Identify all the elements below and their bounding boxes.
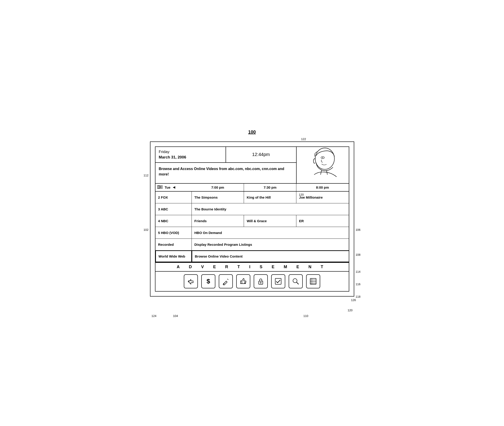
time-nav-cell[interactable]: Tue ◄ bbox=[155, 184, 192, 191]
channel-nbc[interactable]: 4 NBC bbox=[155, 215, 192, 227]
nav-left-arrow[interactable]: ◄ bbox=[172, 185, 176, 190]
top-section: Friday March 31, 2006 12:44pm Browse and… bbox=[155, 146, 349, 184]
edit-button[interactable] bbox=[219, 274, 233, 288]
lock-button[interactable] bbox=[254, 274, 268, 288]
ad-text: A D V E R T I S E M E N T bbox=[177, 265, 327, 269]
channel-row-www: World Wide Web Browse Online Video Conte… bbox=[155, 250, 349, 262]
outer-box: 102 106 108 112 114 116 118 120 120 122 … bbox=[150, 142, 354, 297]
ref-108: 108 bbox=[356, 253, 361, 256]
time-col-1: 7:00 pm bbox=[192, 184, 244, 191]
day-label: Friday bbox=[159, 149, 222, 155]
patent-diagram: 100 102 106 108 112 114 116 118 120 120 … bbox=[150, 129, 354, 297]
program-nbc-2[interactable]: Will & Grace bbox=[244, 215, 296, 227]
grid-icon bbox=[157, 185, 163, 190]
svg-line-16 bbox=[297, 282, 299, 284]
header-image bbox=[297, 147, 349, 183]
channel-fox[interactable]: 2 FOX bbox=[155, 192, 192, 203]
svg-rect-17 bbox=[310, 278, 316, 284]
day-nav-label: Tue bbox=[165, 185, 171, 189]
program-www[interactable]: Browse Online Video Content bbox=[192, 250, 349, 262]
header-date-time: Friday March 31, 2006 12:44pm bbox=[155, 147, 296, 163]
program-nbc-3[interactable]: ER bbox=[296, 215, 349, 227]
dollar-button[interactable]: $ bbox=[201, 274, 215, 288]
ref-120a: 120 bbox=[299, 193, 304, 196]
header-date: Friday March 31, 2006 bbox=[155, 147, 226, 162]
ref-102: 102 bbox=[144, 228, 149, 232]
grid-button[interactable] bbox=[306, 274, 320, 288]
person-illustration bbox=[300, 147, 345, 183]
search-button[interactable] bbox=[289, 274, 303, 288]
program-hbo-1[interactable]: HBO On Demand bbox=[192, 227, 349, 239]
svg-rect-12 bbox=[259, 281, 263, 284]
channel-row-fox: 2 FOX The Simpsons King of the Hill Joe … bbox=[155, 192, 349, 203]
svg-point-2 bbox=[322, 157, 323, 158]
time-row: Tue ◄ 7:00 pm 7:30 pm 8:00 pm bbox=[155, 184, 349, 192]
program-fox-2[interactable]: King of the Hill bbox=[244, 192, 296, 203]
thumbs-up-button[interactable] bbox=[236, 274, 250, 288]
channel-www[interactable]: World Wide Web bbox=[155, 250, 192, 262]
ref-110: 110 bbox=[303, 314, 308, 318]
guide-grid: Tue ◄ 7:00 pm 7:30 pm 8:00 pm 2 FOX The … bbox=[155, 184, 349, 263]
back-button[interactable] bbox=[184, 274, 198, 288]
date-label: March 31, 2006 bbox=[159, 155, 222, 160]
svg-point-7 bbox=[157, 185, 160, 189]
svg-point-13 bbox=[260, 282, 261, 283]
channel-row-abc: 3 ABC The Bourne Identity bbox=[155, 203, 349, 215]
ad-bar: A D V E R T I S E M E N T bbox=[155, 263, 349, 272]
check-button[interactable] bbox=[271, 274, 285, 288]
ref-112: 112 bbox=[144, 174, 149, 177]
svg-point-15 bbox=[293, 279, 297, 283]
header-promo: Browse and Access Online Videos from abc… bbox=[155, 163, 296, 180]
program-fox-1[interactable]: The Simpsons bbox=[192, 192, 244, 203]
time-col-2: 7:30 pm bbox=[244, 184, 296, 191]
svg-rect-14 bbox=[275, 278, 281, 284]
ref-104: 104 bbox=[173, 314, 178, 318]
dollar-icon: $ bbox=[206, 278, 210, 285]
time-col-3: 8:00 pm bbox=[296, 184, 349, 191]
program-nbc-1[interactable]: Friends bbox=[192, 215, 244, 227]
controls-bar: $ bbox=[155, 272, 349, 291]
ref-118: 118 bbox=[356, 295, 361, 298]
program-recorded[interactable]: Display Recorded Program Listings bbox=[192, 239, 349, 250]
svg-point-0 bbox=[315, 148, 335, 169]
ref-106: 106 bbox=[356, 228, 361, 232]
ref-114: 114 bbox=[356, 270, 361, 273]
channel-hbo[interactable]: 5 HBO (VOD) bbox=[155, 227, 192, 239]
channel-row-recorded: Recorded Display Recorded Program Listin… bbox=[155, 239, 349, 250]
channel-row-hbo: 5 HBO (VOD) HBO On Demand bbox=[155, 227, 349, 239]
ref-122: 122 bbox=[301, 137, 306, 141]
ref-126: 126 bbox=[351, 298, 356, 302]
channel-row-nbc: 4 NBC Friends Will & Grace ER bbox=[155, 215, 349, 227]
header-time: 12:44pm bbox=[226, 147, 296, 162]
diagram-title: 100 bbox=[150, 129, 354, 135]
channel-abc[interactable]: 3 ABC bbox=[155, 203, 192, 215]
svg-rect-8 bbox=[223, 281, 227, 285]
ref-124: 124 bbox=[152, 314, 157, 318]
ref-120b: 120 bbox=[348, 309, 353, 312]
program-abc-1[interactable]: The Bourne Identity bbox=[192, 203, 349, 215]
header-left: Friday March 31, 2006 12:44pm Browse and… bbox=[155, 147, 297, 183]
title-number: 100 bbox=[248, 129, 256, 135]
program-fox-3[interactable]: Joe Millionaire bbox=[296, 192, 349, 203]
ref-116: 116 bbox=[356, 283, 361, 286]
channel-recorded[interactable]: Recorded bbox=[155, 239, 192, 250]
